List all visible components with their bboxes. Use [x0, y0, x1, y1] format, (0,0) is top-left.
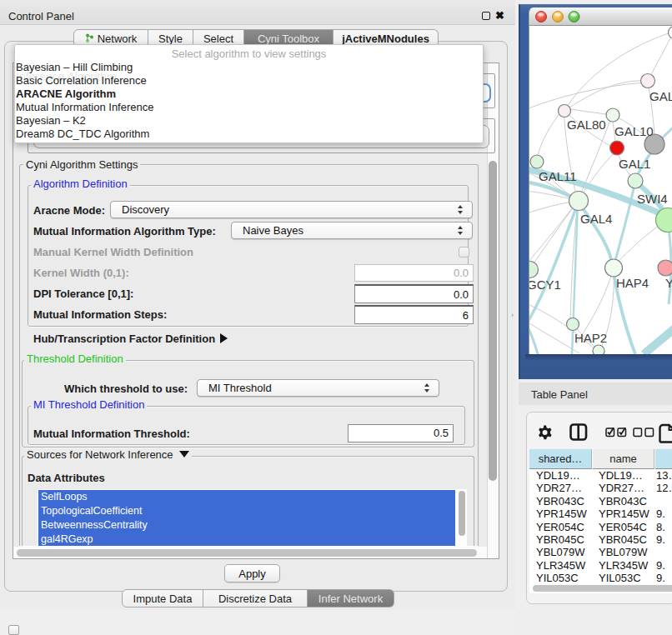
svg-text:GAL4: GAL4: [580, 212, 612, 226]
svg-text:GAL10: GAL10: [614, 124, 654, 138]
svg-text:HAP2: HAP2: [574, 331, 607, 345]
svg-text:GAL11: GAL11: [539, 169, 577, 183]
svg-text:HAP4: HAP4: [616, 276, 649, 290]
svg-text:GCY1: GCY1: [529, 278, 561, 292]
svg-text:GAL80: GAL80: [567, 118, 606, 132]
svg-text:GAL1: GAL1: [619, 157, 650, 171]
svg-text:GAL7: GAL7: [649, 89, 672, 103]
svg-text:Y: Y: [665, 276, 672, 290]
svg-text:SWI4: SWI4: [637, 192, 668, 206]
